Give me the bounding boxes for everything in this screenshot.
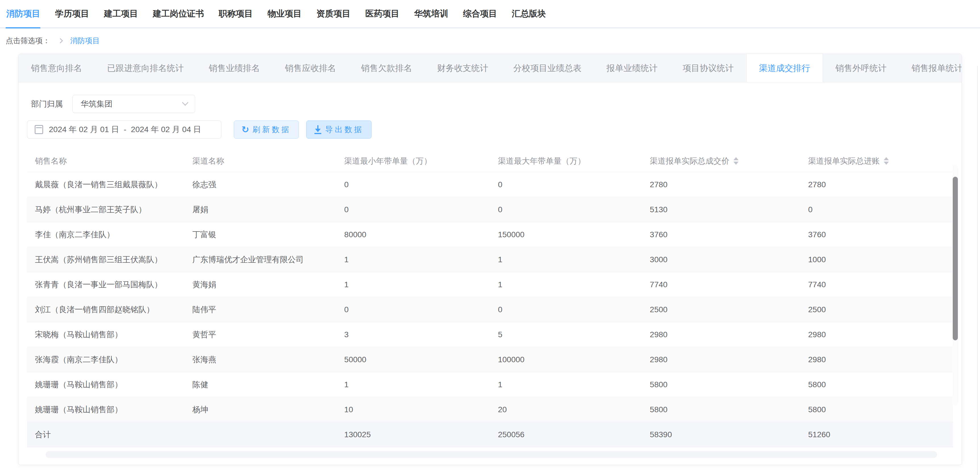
horizontal-scrollbar[interactable]: [46, 451, 937, 458]
cell: 2780: [642, 180, 800, 189]
cell: 宋晓梅（马鞍山销售部）: [27, 329, 185, 340]
table-row: 王伏嵩（苏州销售部三组王伏嵩队）广东博瑞优才企业管理有限公司1130001000: [27, 247, 953, 272]
report-tab-7[interactable]: 报单业绩统计: [594, 54, 670, 82]
column-header-5[interactable]: 渠道报单实际总进账: [800, 156, 953, 166]
top-nav-tabs: 消防项目学历项目建工项目建工岗位证书职称项目物业项目资质项目医药项目华筑培训综合…: [0, 0, 980, 27]
cell: 1: [490, 255, 642, 264]
sort-caret-icon[interactable]: [884, 157, 889, 165]
top-nav: 消防项目学历项目建工项目建工岗位证书职称项目物业项目资质项目医药项目华筑培训综合…: [0, 0, 980, 29]
table-body: 戴晨薇（良渚一销售三组戴晨薇队）徐志强0027802780马婷（杭州事业二部王英…: [27, 172, 953, 422]
report-tab-10[interactable]: 销售外呼统计: [823, 54, 899, 82]
cell: 5800: [642, 380, 800, 389]
report-tab-2[interactable]: 销售业绩排名: [196, 54, 272, 82]
nav-tab-3[interactable]: 建工岗位证书: [153, 8, 204, 20]
report-tab-11[interactable]: 销售报单统计: [899, 54, 962, 82]
cell: 0: [336, 180, 490, 189]
cell: 5130: [642, 205, 800, 214]
report-card: 销售意向排名已跟进意向排名统计销售业绩排名销售应收排名销售欠款排名财务收支统计分…: [18, 54, 962, 465]
cell: 1: [336, 380, 490, 389]
cell: 2500: [800, 305, 953, 314]
cell: 戴晨薇（良渚一销售三组戴晨薇队）: [27, 179, 185, 190]
cell: 5: [490, 330, 642, 339]
nav-tab-6[interactable]: 资质项目: [317, 8, 350, 20]
date-filter-row: 2024 年 02 月 01 日 - 2024 年 02 月 04 日 ↻ 刷新…: [27, 120, 953, 139]
nav-tab-2[interactable]: 建工项目: [104, 8, 138, 20]
table-row: 张海霞（南京二李佳队）张海燕5000010000029802980: [27, 347, 953, 372]
cell: 黄海娟: [185, 279, 336, 290]
cell: 10: [336, 405, 490, 414]
table-row: 姚珊珊（马鞍山销售部）杨坤102058005800: [27, 397, 953, 422]
column-label: 渠道报单实际总进账: [808, 156, 880, 166]
vertical-scrollbar-thumb[interactable]: [953, 177, 958, 340]
report-tab-1[interactable]: 已跟进意向排名统计: [95, 54, 196, 82]
cell: 3000: [642, 255, 800, 264]
refresh-data-button[interactable]: ↻ 刷新数据: [234, 120, 299, 139]
cell: 80000: [336, 230, 490, 239]
report-tab-8[interactable]: 项目协议统计: [670, 54, 746, 82]
refresh-button-label: 刷新数据: [253, 124, 291, 135]
nav-tab-5[interactable]: 物业项目: [267, 8, 302, 20]
nav-tab-7[interactable]: 医药项目: [365, 8, 399, 20]
page-scrollbar-track: [977, 66, 978, 475]
column-label: 渠道最小年带单量（万）: [344, 156, 432, 166]
cell: 0: [336, 205, 490, 214]
column-label: 渠道最大年带单量（万）: [498, 156, 585, 166]
cell: 2980: [800, 355, 953, 364]
export-data-button[interactable]: 导出数据: [306, 120, 372, 139]
cell: 1: [490, 280, 642, 289]
vertical-scrollbar[interactable]: [953, 165, 958, 405]
nav-tab-1[interactable]: 学历项目: [55, 8, 89, 20]
export-button-label: 导出数据: [325, 124, 364, 135]
nav-tab-4[interactable]: 职称项目: [219, 8, 253, 20]
cell: 2980: [642, 330, 800, 339]
table-row: 姚珊珊（马鞍山销售部）陈健1158005800: [27, 372, 953, 397]
breadcrumb-item[interactable]: 消防项目: [70, 36, 100, 46]
cell: 0: [490, 205, 642, 214]
cell: 2980: [642, 355, 800, 364]
cell: 广东博瑞优才企业管理有限公司: [185, 254, 336, 265]
cell: 姚珊珊（马鞍山销售部）: [27, 404, 185, 415]
date-separator: -: [124, 125, 126, 134]
page: 消防项目学历项目建工项目建工岗位证书职称项目物业项目资质项目医药项目华筑培训综合…: [0, 0, 980, 475]
nav-tab-9[interactable]: 综合项目: [463, 8, 497, 20]
summary-cell: 合计: [27, 429, 185, 440]
cell: 20: [490, 405, 642, 414]
cell: 3: [336, 330, 490, 339]
breadcrumb-label: 点击筛选项：: [6, 36, 50, 46]
column-header-4[interactable]: 渠道报单实际总成交价: [642, 156, 800, 166]
cell: 3760: [642, 230, 800, 239]
report-tab-0[interactable]: 销售意向排名: [19, 54, 95, 82]
nav-tab-8[interactable]: 华筑培训: [414, 8, 448, 20]
table-row: 宋晓梅（马鞍山销售部）黄哲平3529802980: [27, 322, 953, 347]
report-tab-3[interactable]: 销售应收排名: [272, 54, 348, 82]
report-tab-6[interactable]: 分校项目业绩总表: [501, 54, 594, 82]
nav-tab-0[interactable]: 消防项目: [6, 8, 40, 20]
nav-tab-10[interactable]: 汇总版块: [512, 8, 546, 20]
column-label: 销售名称: [35, 156, 67, 166]
summary-cell: 130025: [336, 430, 490, 439]
breadcrumb: 点击筛选项： 消防项目: [6, 36, 980, 46]
report-tab-5[interactable]: 财务收支统计: [425, 54, 501, 82]
report-tab-4[interactable]: 销售欠款排名: [348, 54, 425, 82]
cell: 1: [336, 280, 490, 289]
data-table: 销售名称渠道名称渠道最小年带单量（万）渠道最大年带单量（万）渠道报单实际总成交价…: [27, 150, 953, 447]
sort-caret-icon[interactable]: [733, 157, 738, 165]
report-tabs: 销售意向排名已跟进意向排名统计销售业绩排名销售应收排名销售欠款排名财务收支统计分…: [19, 54, 961, 82]
cell: 1: [336, 255, 490, 264]
cell: 2500: [642, 305, 800, 314]
cell: 陆伟平: [185, 304, 336, 315]
department-select-value: 华筑集团: [81, 99, 113, 109]
report-tab-9[interactable]: 渠道成交排行: [746, 54, 823, 82]
date-end: 2024 年 02 月 04 日: [131, 124, 201, 135]
calendar-icon: [35, 125, 43, 134]
date-range-picker[interactable]: 2024 年 02 月 01 日 - 2024 年 02 月 04 日: [27, 120, 221, 139]
cell: 徐志强: [185, 179, 336, 190]
department-select[interactable]: 华筑集团: [72, 95, 195, 113]
table-row: 李佳（南京二李佳队）丁富银8000015000037603760: [27, 222, 953, 247]
column-label: 渠道名称: [192, 156, 224, 166]
cell: 丁富银: [185, 229, 336, 240]
cell: 3760: [800, 230, 953, 239]
column-header-1: 渠道名称: [185, 156, 336, 166]
summary-cell: 58390: [642, 430, 800, 439]
table-row: 戴晨薇（良渚一销售三组戴晨薇队）徐志强0027802780: [27, 172, 953, 197]
